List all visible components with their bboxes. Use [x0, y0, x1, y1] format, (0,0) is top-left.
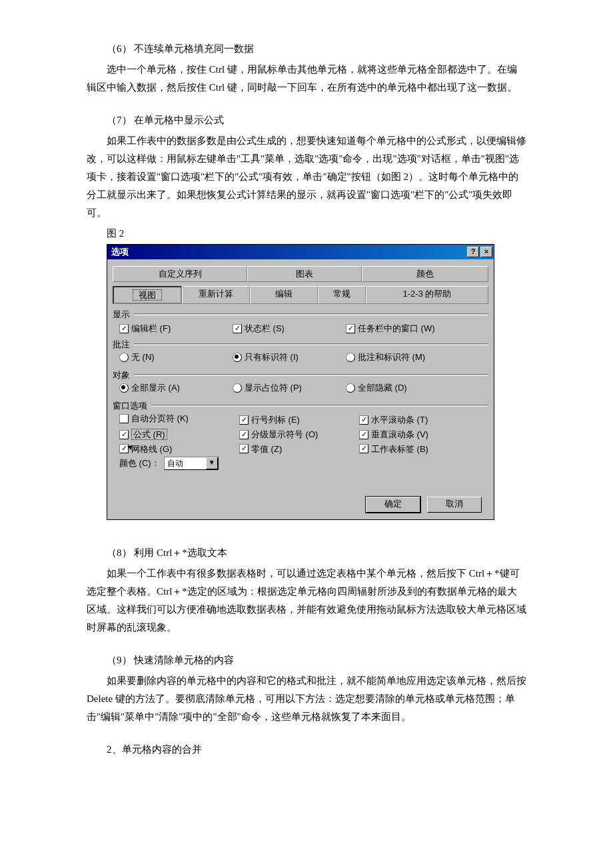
label-window-options: 窗口选项 — [113, 401, 147, 411]
section-8-title: （8） 利用 Ctrl＋*选取文本 — [87, 544, 526, 562]
options-dialog: 选项 ? × 自定义序列 图表 颜色 视图 重新计算 编辑 常规 1-2-3 的… — [107, 244, 494, 520]
chk-hscroll[interactable]: 水平滚动条 (T) — [359, 415, 428, 425]
tab-custom-lists[interactable]: 自定义序列 — [113, 266, 247, 282]
chk-taskbar-window[interactable]: 任务栏中的窗口 (W) — [346, 323, 435, 334]
section-7-title: （7） 在单元格中显示公式 — [87, 111, 526, 129]
rdo-hide-all[interactable]: 全部隐藏 (D) — [346, 383, 407, 393]
tab-view-active[interactable]: 视图 — [113, 286, 182, 305]
section-comments: 批注 无 (N) 只有标识符 (I) 批注和标识符 (M) — [113, 339, 488, 365]
section-8-body: 如果一个工作表中有很多数据表格时，可以通过选定表格中某个单元格，然后按下 Ctr… — [87, 565, 526, 637]
section-9-title: （9） 快速清除单元格的内容 — [87, 651, 526, 669]
section-2-heading: 2、单元格内容的合并 — [87, 741, 526, 759]
label-comments: 批注 — [113, 339, 130, 350]
chk-page-breaks[interactable]: 自动分页符 (K) — [119, 413, 189, 424]
chk-outline-symbols[interactable]: 分级显示符号 (O) — [239, 429, 318, 440]
chk-formulas[interactable]: 公式 (R) — [119, 429, 167, 441]
dropdown-value: 自动 — [165, 459, 206, 468]
titlebar: 选项 ? × — [107, 245, 494, 259]
tab-general[interactable]: 常规 — [318, 286, 366, 305]
chk-formula-bar[interactable]: 编辑栏 (F) — [119, 323, 171, 334]
help-button[interactable]: ? — [467, 247, 479, 257]
rdo-indicator-only[interactable]: 只有标识符 (I) — [233, 352, 299, 363]
label-gridline-color: 颜色 (C)： — [119, 458, 160, 469]
label-display: 显示 — [113, 309, 130, 320]
section-display: 显示 编辑栏 (F) 状态栏 (S) 任务栏中的窗口 (W) — [113, 309, 488, 333]
dialog-title: 选项 — [111, 244, 129, 259]
rdo-none[interactable]: 无 (N) — [119, 352, 155, 363]
dialog-buttons: 确定 取消 — [113, 497, 488, 513]
chk-row-col-headers[interactable]: 行号列标 (E) — [239, 415, 300, 425]
chk-gridlines[interactable]: 网格线 (G) — [119, 444, 172, 455]
label-objects: 对象 — [113, 370, 130, 381]
tab-edit[interactable]: 编辑 — [250, 286, 318, 305]
tab-color[interactable]: 颜色 — [362, 266, 488, 282]
section-6-body: 选中一个单元格，按住 Ctrl 键，用鼠标单击其他单元格，就将这些单元格全部都选… — [87, 61, 526, 97]
dropdown-gridline-color[interactable]: 自动 ▼ — [164, 457, 219, 470]
close-button[interactable]: × — [480, 247, 492, 257]
chk-vscroll[interactable]: 垂直滚动条 (V) — [359, 429, 428, 440]
section-6-title: （6） 不连续单元格填充同一数据 — [87, 40, 526, 58]
chevron-down-icon[interactable]: ▼ — [206, 457, 218, 469]
chk-zero-values[interactable]: 零值 (Z) — [239, 444, 282, 455]
options-dialog-figure: 选项 ? × 自定义序列 图表 颜色 视图 重新计算 编辑 常规 1-2-3 的… — [107, 244, 493, 520]
ok-button[interactable]: 确定 — [366, 497, 420, 513]
rdo-comment-indicator[interactable]: 批注和标识符 (M) — [346, 352, 425, 363]
chk-status-bar[interactable]: 状态栏 (S) — [233, 323, 285, 334]
rdo-show-all[interactable]: 全部显示 (A) — [119, 383, 180, 393]
tab-chart[interactable]: 图表 — [247, 266, 362, 282]
section-window-options: 窗口选项 自动分页符 (K) 行号列标 (E) 水平滚动条 (T) 公式 (R)… — [113, 401, 488, 471]
section-objects: 对象 全部显示 (A) 显示占位符 (P) 全部隐藏 (D) — [113, 370, 488, 395]
rdo-placeholders[interactable]: 显示占位符 (P) — [233, 383, 302, 393]
chk-sheet-tabs[interactable]: 工作表标签 (B) — [359, 444, 428, 455]
section-9-body: 如果要删除内容的单元格中的内容和它的格式和批注，就不能简单地应用选定该单元格，然… — [87, 672, 526, 726]
tab-calculation[interactable]: 重新计算 — [182, 286, 250, 305]
cancel-button[interactable]: 取消 — [427, 497, 482, 513]
tabs-row-bottom: 视图 重新计算 编辑 常规 1-2-3 的帮助 — [113, 286, 488, 305]
tabs-row-top: 自定义序列 图表 颜色 — [113, 266, 488, 282]
figure-2-label: 图 2 — [87, 225, 526, 243]
tab-123-help[interactable]: 1-2-3 的帮助 — [366, 286, 488, 305]
section-7-body: 如果工作表中的数据多数是由公式生成的，想要快速知道每个单元格中的公式形式，以便编… — [87, 132, 526, 222]
